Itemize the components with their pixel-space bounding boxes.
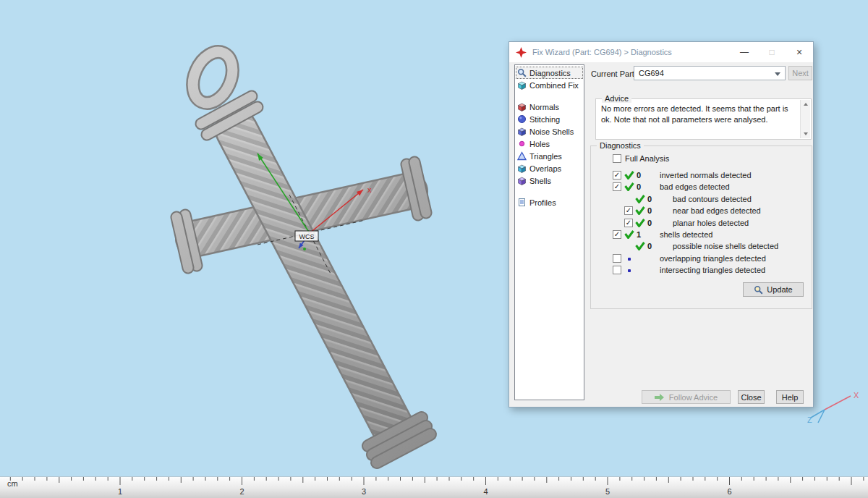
green-check-icon xyxy=(624,230,634,239)
triangles-icon xyxy=(517,151,527,161)
row-checkbox[interactable] xyxy=(613,266,621,274)
svg-text:cm: cm xyxy=(7,479,18,488)
next-button[interactable]: Next xyxy=(788,66,812,80)
current-part-label: Current Part: xyxy=(591,69,637,78)
profiles-icon xyxy=(517,198,527,207)
diagnostic-row: ✓1shells detected xyxy=(591,229,812,241)
sidebar-item-label: Triangles xyxy=(529,152,562,161)
full-analysis-checkbox[interactable] xyxy=(613,154,621,163)
sidebar-item-profiles[interactable]: Profiles xyxy=(516,196,583,208)
diagnostics-group-label: Diagnostics xyxy=(597,141,644,150)
x-axis-label: x xyxy=(367,185,372,194)
sidebar-item-label: Combined Fix xyxy=(529,81,579,90)
sidebar-item-overlaps[interactable]: Overlaps xyxy=(516,162,583,174)
row-count: 0 xyxy=(647,242,652,250)
advice-scrollbar[interactable] xyxy=(800,100,810,138)
blue-dot-icon xyxy=(628,258,631,261)
svg-text:6: 6 xyxy=(727,487,731,496)
sidebar-item-diagnostics[interactable]: Diagnostics xyxy=(516,67,583,79)
corner-x-label: X xyxy=(854,391,859,400)
row-count: 0 xyxy=(637,182,641,191)
update-button-label: Update xyxy=(767,285,792,294)
magnifier-icon xyxy=(754,285,763,295)
green-check-icon xyxy=(624,182,634,191)
corner-z-label: Z xyxy=(807,415,812,424)
maximize-button: □ xyxy=(758,42,786,62)
diagnostic-row: intersecting triangles detected xyxy=(591,265,812,277)
orientation-axes: X Z xyxy=(807,391,859,424)
noise-shells-icon xyxy=(517,127,527,136)
current-part-value: CG694 xyxy=(639,69,664,77)
help-button[interactable]: Help xyxy=(776,390,804,404)
row-label: overlapping triangles detected xyxy=(660,254,766,263)
sidebar-item-combined-fix[interactable]: Combined Fix xyxy=(516,79,583,91)
row-checkbox[interactable] xyxy=(613,254,621,263)
green-check-icon xyxy=(635,195,645,203)
magnifier-icon xyxy=(517,68,527,77)
row-label: inverted normals detected xyxy=(660,171,752,180)
stitching-icon xyxy=(517,114,527,124)
row-checkbox[interactable]: ✓ xyxy=(624,219,633,227)
sidebar-item-label: Holes xyxy=(529,140,550,148)
diagnostic-row: 0possible noise shells detected xyxy=(591,241,812,253)
follow-advice-button[interactable]: Follow Advice xyxy=(642,390,731,404)
diagnostic-row: ✓0near bad edges detected xyxy=(591,206,812,217)
row-checkbox[interactable]: ✓ xyxy=(624,206,633,215)
dialog-titlebar[interactable]: Fix Wizard (Part: CG694) > Diagnostics —… xyxy=(509,42,813,62)
green-check-icon xyxy=(635,206,645,215)
row-label: intersecting triangles detected xyxy=(660,266,765,274)
diagnostics-rows: ✓0inverted normals detected✓0bad edges d… xyxy=(591,170,812,277)
diagnostic-row: ✓0bad edges detected xyxy=(591,182,812,193)
row-checkbox[interactable]: ✓ xyxy=(613,230,621,239)
sidebar-item-normals[interactable]: Normals xyxy=(516,101,583,113)
row-label: bad edges detected xyxy=(660,182,730,191)
advice-text: No more errors are detected. It seems th… xyxy=(597,101,799,138)
sidebar-item-label: Noise Shells xyxy=(529,127,574,136)
blue-dot-icon xyxy=(628,269,631,272)
sidebar-item-label: Diagnostics xyxy=(529,69,571,77)
diagnostics-group: Diagnostics Full Analysis ✓0inverted nor… xyxy=(590,145,812,309)
row-checkbox[interactable]: ✓ xyxy=(613,171,621,180)
chevron-down-icon xyxy=(775,72,780,76)
ruler: cm123456 xyxy=(0,476,868,498)
sidebar-item-shells[interactable]: Shells xyxy=(516,174,583,187)
green-check-icon xyxy=(635,219,645,227)
row-label: bad contours detected xyxy=(673,195,752,203)
ruler-ticks: cm123456 xyxy=(0,477,868,498)
sidebar-item-label: Shells xyxy=(529,177,551,185)
row-count: 0 xyxy=(647,206,652,215)
row-count: 1 xyxy=(637,230,641,239)
scroll-up-icon[interactable] xyxy=(804,103,808,106)
sidebar-item-label: Normals xyxy=(529,103,559,111)
row-label: possible noise shells detected xyxy=(673,242,778,250)
materialise-logo-icon xyxy=(516,47,527,58)
sidebar-item-triangles[interactable]: Triangles xyxy=(516,150,583,162)
green-arrow-icon xyxy=(655,394,665,401)
full-analysis-label: Full Analysis xyxy=(625,154,669,163)
follow-advice-label: Follow Advice xyxy=(669,393,718,402)
row-checkbox[interactable]: ✓ xyxy=(613,182,621,191)
svg-text:4: 4 xyxy=(483,487,488,496)
minimize-button[interactable]: — xyxy=(731,42,758,62)
combined-fix-icon xyxy=(517,80,527,90)
model-cross[interactable] xyxy=(176,46,430,463)
scroll-down-icon[interactable] xyxy=(804,132,808,135)
normals-icon xyxy=(517,102,527,111)
update-button[interactable]: Update xyxy=(743,282,804,297)
application-window: x WCS X Z cm123456 Fix Wizard (Part: CG6… xyxy=(0,0,868,498)
shells-icon xyxy=(517,176,527,185)
diagnostic-row: ✓0inverted normals detected xyxy=(591,170,812,182)
sidebar-item-stitching[interactable]: Stitching xyxy=(516,113,583,125)
row-count: 0 xyxy=(647,219,652,227)
svg-text:2: 2 xyxy=(239,487,244,496)
svg-text:1: 1 xyxy=(118,487,122,496)
close-window-button[interactable]: × xyxy=(786,42,813,62)
fix-wizard-dialog: Fix Wizard (Part: CG694) > Diagnostics —… xyxy=(509,41,814,408)
current-part-select[interactable]: CG694 xyxy=(634,66,786,80)
sidebar-item-holes[interactable]: Holes xyxy=(516,138,583,150)
sidebar-item-noise-shells[interactable]: Noise Shells xyxy=(516,125,583,138)
close-button[interactable]: Close xyxy=(738,390,765,404)
bail-loop xyxy=(185,46,240,109)
diagnostic-row: 0bad contours detected xyxy=(591,194,812,206)
diagnostic-row: ✓0planar holes detected xyxy=(591,218,812,229)
